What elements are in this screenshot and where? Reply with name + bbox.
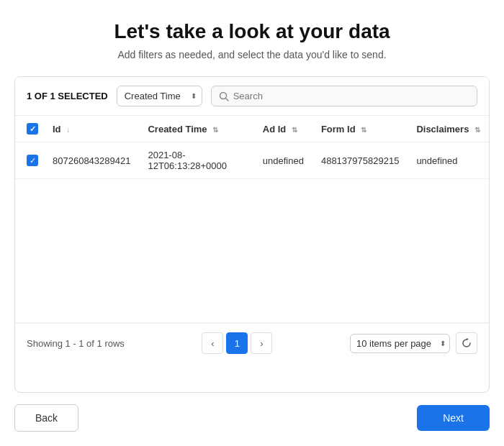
sort-icon-created-time: ⇅ bbox=[212, 126, 218, 134]
refresh-icon bbox=[462, 338, 472, 348]
table-spacer bbox=[15, 179, 489, 323]
pagination-bar: Showing 1 - 1 of 1 rows ‹ 1 › 10 items p… bbox=[15, 323, 489, 363]
col-header-id[interactable]: Id ↓ bbox=[44, 116, 139, 142]
search-wrapper bbox=[211, 86, 477, 106]
data-table: ✓ Id ↓ Created Time ⇅ Ad Id ⇅ bbox=[15, 116, 489, 323]
filter-select-wrapper: Created Time Ad Id Form Id Disclaimers ⬍ bbox=[117, 86, 202, 106]
row-checkmark-icon: ✓ bbox=[30, 157, 36, 165]
pagination-controls: ‹ 1 › bbox=[202, 332, 272, 354]
cell-created-time: 2021-08-12T06:13:28+0000 bbox=[139, 142, 253, 179]
toolbar: 1 OF 1 SELECTED Created Time Ad Id Form … bbox=[15, 77, 489, 116]
col-header-ad-id[interactable]: Ad Id ⇅ bbox=[254, 116, 312, 142]
next-page-button[interactable]: › bbox=[251, 332, 272, 354]
sort-icon-disclaimers: ⇅ bbox=[474, 126, 480, 134]
svg-line-1 bbox=[225, 98, 228, 101]
cell-disclaimers: undefined bbox=[408, 142, 489, 179]
page-subtitle: Add filters as needed, and select the da… bbox=[117, 49, 386, 60]
search-input[interactable] bbox=[233, 91, 469, 101]
checkmark-icon: ✓ bbox=[30, 125, 36, 133]
cell-id: 807260843289421 bbox=[44, 142, 139, 179]
cell-form-id: 488137975829215 bbox=[312, 142, 408, 179]
selected-count: 1 OF 1 SELECTED bbox=[27, 91, 108, 101]
sort-icon-id: ↓ bbox=[66, 126, 70, 134]
page-title: Let's take a look at your data bbox=[114, 20, 390, 43]
search-icon bbox=[219, 91, 229, 101]
prev-page-button[interactable]: ‹ bbox=[202, 332, 223, 354]
sort-icon-ad-id: ⇅ bbox=[292, 126, 297, 134]
select-all-checkbox[interactable]: ✓ bbox=[27, 123, 38, 135]
filter-select[interactable]: Created Time Ad Id Form Id Disclaimers bbox=[117, 86, 202, 106]
showing-text: Showing 1 - 1 of 1 rows bbox=[27, 338, 125, 349]
table-row: ✓ 807260843289421 2021-08-12T06:13:28+00… bbox=[15, 142, 489, 179]
sort-icon-form-id: ⇅ bbox=[361, 126, 366, 134]
refresh-button[interactable] bbox=[456, 332, 477, 354]
footer-bar: Back Next bbox=[14, 393, 490, 432]
col-header-created-time[interactable]: Created Time ⇅ bbox=[139, 116, 253, 142]
row-checkbox[interactable]: ✓ bbox=[27, 155, 38, 166]
header-checkbox-cell: ✓ bbox=[15, 116, 44, 142]
back-button[interactable]: Back bbox=[14, 404, 78, 432]
next-button[interactable]: Next bbox=[417, 405, 490, 431]
data-table-container: 1 OF 1 SELECTED Created Time Ad Id Form … bbox=[14, 76, 490, 393]
items-per-page-wrapper: 10 items per page 25 items per page 50 i… bbox=[350, 332, 477, 354]
col-header-form-id[interactable]: Form Id ⇅ bbox=[312, 116, 408, 142]
col-header-disclaimers[interactable]: Disclaimers ⇅ bbox=[408, 116, 489, 142]
items-per-page-select[interactable]: 10 items per page 25 items per page 50 i… bbox=[350, 334, 450, 353]
page-1-button[interactable]: 1 bbox=[226, 332, 248, 354]
table-header-row: ✓ Id ↓ Created Time ⇅ Ad Id ⇅ bbox=[15, 116, 489, 142]
row-checkbox-cell: ✓ bbox=[15, 142, 44, 179]
cell-ad-id: undefined bbox=[254, 142, 312, 179]
